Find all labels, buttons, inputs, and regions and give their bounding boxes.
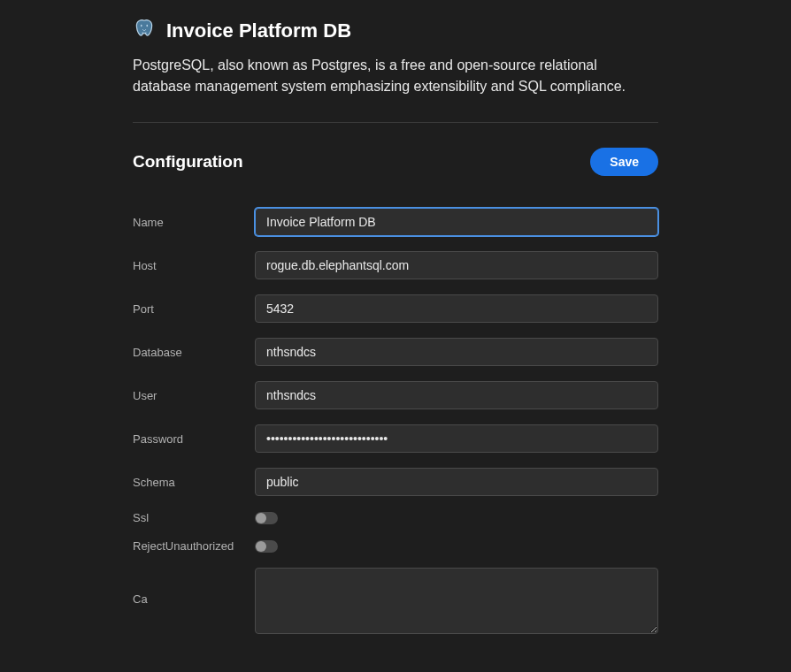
user-input[interactable]	[255, 381, 658, 409]
password-label: Password	[133, 432, 255, 446]
page-description: PostgreSQL, also known as Postgres, is a…	[133, 55, 658, 97]
schema-input[interactable]	[255, 468, 658, 496]
svg-point-0	[141, 25, 142, 27]
page-title: Invoice Platform DB	[166, 19, 351, 42]
name-input[interactable]	[255, 208, 658, 236]
postgresql-icon	[133, 18, 156, 44]
port-input[interactable]	[255, 294, 658, 323]
port-label: Port	[133, 302, 255, 316]
svg-point-1	[146, 25, 148, 27]
user-label: User	[133, 389, 255, 402]
ca-textarea[interactable]	[255, 568, 658, 634]
reject-unauthorized-label: RejectUnauthorized	[133, 539, 255, 553]
password-input[interactable]	[255, 424, 658, 453]
database-label: Database	[133, 346, 255, 359]
host-input[interactable]	[255, 251, 658, 279]
ssl-label: Ssl	[133, 511, 255, 524]
schema-label: Schema	[133, 476, 255, 489]
configuration-heading: Configuration	[133, 152, 243, 172]
database-input[interactable]	[255, 338, 658, 366]
ssl-toggle[interactable]	[255, 512, 278, 524]
host-label: Host	[133, 259, 255, 272]
name-label: Name	[133, 216, 255, 229]
page-header: Invoice Platform DB PostgreSQL, also kno…	[133, 18, 658, 123]
toggle-knob	[256, 513, 266, 523]
ca-label: Ca	[133, 568, 255, 606]
save-button[interactable]: Save	[590, 148, 658, 176]
reject-unauthorized-toggle[interactable]	[255, 540, 278, 553]
toggle-knob	[256, 541, 266, 552]
